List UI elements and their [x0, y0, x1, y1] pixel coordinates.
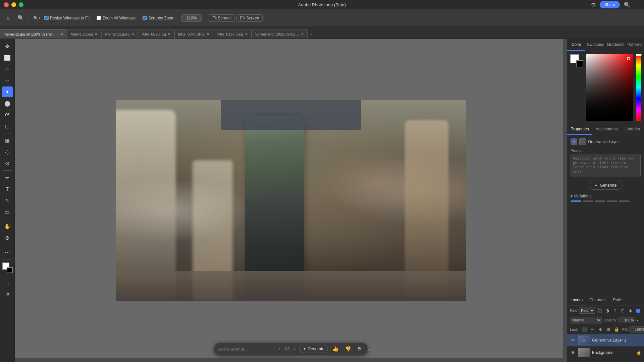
move-tool[interactable]: ✥: [2, 41, 13, 52]
tab-0[interactable]: meme-12.jpg @ 110% (Generative Layer 1, …: [0, 29, 67, 39]
prompt-generate-button[interactable]: ✦ Generate: [299, 345, 328, 353]
tab-close-1[interactable]: ✕: [95, 32, 98, 36]
layer-filter-text[interactable]: T: [612, 307, 618, 314]
canvas-scroll-bottom[interactable]: [15, 358, 563, 362]
fill-input[interactable]: 100%: [629, 326, 644, 333]
scrubby-zoom-checkbox[interactable]: Scrubby Zoom: [143, 16, 174, 20]
tab-close-3[interactable]: ✕: [168, 32, 171, 36]
maximize-button[interactable]: [19, 2, 23, 7]
tab-libraries[interactable]: Libraries: [621, 124, 643, 135]
background-swatch[interactable]: [576, 60, 583, 67]
zoom-out-button[interactable]: 🔍: [15, 13, 26, 23]
minimize-button[interactable]: [11, 2, 16, 7]
opacity-input[interactable]: 100%: [619, 317, 635, 323]
generate-button[interactable]: ✦ Generate: [589, 181, 622, 190]
text-tool[interactable]: T: [2, 184, 13, 194]
fit-screen-button[interactable]: Fit Screen: [209, 14, 234, 22]
frame-tool[interactable]: ⬚: [2, 278, 13, 289]
tab-1[interactable]: Meme 2.jpeg ✕: [67, 29, 101, 39]
tab-patterns[interactable]: Patterns: [626, 39, 644, 51]
tab-6[interactable]: Screenshot 2023-06-02… ✕: [252, 29, 308, 39]
tab-gradients[interactable]: Gradients: [606, 39, 626, 51]
shape-tool[interactable]: ▭: [2, 206, 13, 217]
opacity-dropdown[interactable]: ▾: [637, 318, 638, 322]
lock-position[interactable]: ✥: [597, 326, 603, 333]
thumbs-up-button[interactable]: 👍: [331, 345, 340, 353]
dodge-tool[interactable]: ⊘: [2, 158, 13, 169]
prompt-input[interactable]: [218, 347, 274, 352]
hand-tool[interactable]: ✋: [2, 221, 13, 232]
search-icon[interactable]: 🔍: [624, 2, 631, 8]
hue-slider[interactable]: [636, 54, 641, 121]
prev-variation-button[interactable]: ‹: [277, 346, 281, 352]
blur-tool[interactable]: ◌: [2, 146, 13, 157]
blend-mode-select[interactable]: Normal: [570, 317, 602, 323]
brush-tool[interactable]: ⬤: [2, 98, 13, 109]
lock-transparent-pixels[interactable]: ⬛: [581, 326, 587, 333]
tab-channels[interactable]: Channels: [586, 295, 610, 305]
canvas-scroll-right[interactable]: [563, 39, 567, 362]
background-color[interactable]: [7, 267, 13, 273]
kind-select[interactable]: Kind: [579, 307, 595, 314]
tab-swatches[interactable]: Swatches: [585, 39, 605, 51]
variation-dot-3[interactable]: [607, 200, 618, 202]
tab-close-2[interactable]: ✕: [131, 32, 134, 36]
zoom-level-input[interactable]: 110%: [181, 14, 202, 22]
home-button[interactable]: ⌂: [3, 13, 13, 23]
flag-button[interactable]: ⚑: [356, 345, 363, 353]
more-icon[interactable]: ⋯: [635, 2, 640, 8]
zoom-in-button[interactable]: 🔍+: [32, 13, 42, 23]
pen-tool[interactable]: ✒: [2, 172, 13, 183]
more-options-button[interactable]: ⋯: [366, 345, 374, 353]
path-select-tool[interactable]: ↖: [2, 195, 13, 206]
fg-bg-color[interactable]: [2, 262, 13, 273]
variation-dot-0[interactable]: [571, 200, 581, 202]
fill-screen-button[interactable]: Fill Screen: [236, 14, 263, 22]
variations-toggle[interactable]: ▾ Variations: [571, 194, 641, 198]
variation-dot-1[interactable]: [583, 200, 593, 202]
variation-dot-4[interactable]: [619, 200, 630, 202]
eraser-tool[interactable]: ◻: [2, 121, 13, 131]
lock-all[interactable]: 🔒: [613, 326, 620, 333]
canvas-area[interactable]: ‹ 1/3 › ✦ Generate 👍 👎 ⚑ ⋯: [15, 39, 567, 362]
more-tools-button[interactable]: ⋯: [2, 247, 13, 257]
layer-filter-shape[interactable]: ◻: [620, 307, 626, 314]
tab-close-0[interactable]: ✕: [60, 32, 63, 36]
resize-windows-checkbox[interactable]: Resize Windows to Fit: [44, 16, 90, 20]
lock-artboards[interactable]: ⊞: [605, 326, 611, 333]
variation-dot-2[interactable]: [595, 200, 605, 202]
healing-tool[interactable]: ✦: [2, 86, 13, 97]
lock-image-pixels[interactable]: ✏: [589, 326, 595, 333]
prompt-textarea[interactable]: [571, 154, 641, 177]
tab-properties[interactable]: Properties: [567, 124, 592, 135]
tab-adjustments[interactable]: Adjustments: [592, 124, 621, 135]
tab-paths[interactable]: Paths: [610, 295, 627, 305]
tab-3[interactable]: IMG_0023.jpg ✕: [138, 29, 174, 39]
tab-layers[interactable]: Layers: [567, 295, 586, 305]
layer-visibility-0[interactable]: 👁: [570, 337, 576, 343]
share-button[interactable]: Share: [600, 1, 620, 8]
thumbs-down-button[interactable]: 👎: [343, 345, 353, 353]
layer-filter-pixel[interactable]: ⬛: [596, 307, 603, 314]
tab-4[interactable]: IMG_0047.JPG ✕: [174, 29, 213, 39]
layer-item-1[interactable]: 👁 Background 🔒: [567, 347, 644, 359]
layer-filter-smart[interactable]: ◈: [627, 307, 634, 314]
fg-bg-swatches[interactable]: [570, 54, 583, 67]
crop-tool[interactable]: ⊹: [2, 75, 13, 86]
tab-color[interactable]: Color: [567, 39, 585, 51]
tab-close-6[interactable]: ✕: [301, 32, 304, 36]
tab-close-5[interactable]: ✕: [245, 32, 248, 36]
tab-5[interactable]: IMG_0197.jpeg ✕: [213, 29, 252, 39]
layer-filter-active[interactable]: ⬤: [635, 307, 641, 314]
layer-visibility-1[interactable]: 👁: [570, 350, 576, 356]
color-gradient-picker[interactable]: [586, 54, 633, 121]
tab-close-4[interactable]: ✕: [206, 32, 209, 36]
artboard-tool[interactable]: ⊞: [2, 289, 13, 299]
zoom-tool[interactable]: ⊕: [2, 232, 13, 243]
tab-2[interactable]: meme 13.jpeg ✕: [101, 29, 138, 39]
tabs-more-button[interactable]: ›: [308, 29, 315, 39]
clone-stamp-tool[interactable]: 🗲: [2, 109, 13, 120]
next-variation-button[interactable]: ›: [292, 346, 297, 352]
close-button[interactable]: [4, 2, 9, 7]
layer-filter-adjust[interactable]: ◑: [604, 307, 610, 314]
